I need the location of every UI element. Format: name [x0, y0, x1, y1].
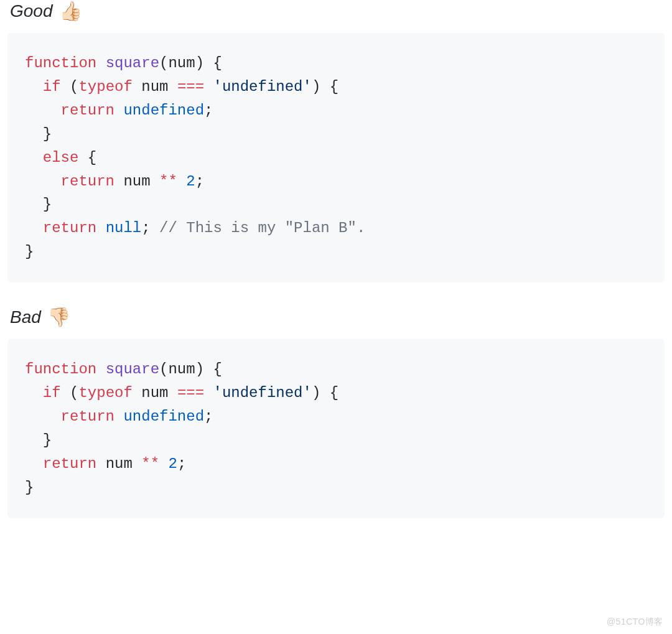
code-token: ; [204, 102, 213, 119]
code-token: ; [195, 173, 204, 190]
code-block-good: function square(num) { if (typeof num ==… [7, 33, 665, 282]
code-token: undefined [123, 408, 204, 425]
document-body: Good 👍🏻 function square(num) { if (typeo… [0, 0, 672, 554]
code-token [25, 408, 61, 425]
code-token: ; [204, 408, 213, 425]
code-token [25, 385, 43, 401]
code-token: typeof [78, 385, 132, 401]
code-token: } [25, 432, 52, 449]
code-token: num [114, 173, 159, 190]
code-token: return [43, 455, 96, 472]
code-content: function square(num) { if (typeof num ==… [25, 358, 647, 499]
code-token: } [25, 196, 52, 213]
code-token: ( [61, 78, 79, 95]
code-token: 'undefined' [213, 78, 312, 95]
code-token [114, 408, 123, 425]
code-token [96, 220, 105, 236]
code-token: num [96, 455, 141, 472]
code-token: num [133, 385, 177, 401]
code-token: ( [159, 361, 168, 378]
code-token: if [43, 78, 61, 95]
code-token [25, 78, 43, 95]
code-token: undefined [123, 102, 204, 119]
code-token: 'undefined' [213, 385, 312, 401]
code-token [25, 455, 43, 472]
code-token: ; [177, 455, 186, 472]
code-token: else [43, 149, 79, 166]
section-label-bad: Bad 👎🏻 [10, 306, 665, 328]
code-token [204, 385, 213, 401]
code-token: { [78, 149, 96, 166]
code-token: square [106, 361, 159, 378]
code-token [177, 173, 186, 190]
code-token: if [43, 385, 61, 401]
code-token: ) { [195, 55, 222, 72]
code-block-bad: function square(num) { if (typeof num ==… [7, 339, 665, 518]
code-token: ) { [312, 385, 338, 401]
code-token [25, 220, 43, 236]
label-text: Good [10, 1, 53, 21]
code-token: } [25, 126, 52, 142]
code-token: function [25, 361, 96, 378]
code-token: square [106, 55, 159, 72]
code-token: num [168, 361, 195, 378]
code-token: ** [159, 173, 177, 190]
code-token: return [43, 220, 96, 236]
code-content: function square(num) { if (typeof num ==… [25, 52, 647, 264]
code-token [25, 102, 61, 119]
code-token [25, 149, 43, 166]
code-token: } [25, 243, 34, 260]
code-token: ** [141, 455, 159, 472]
code-token [159, 455, 168, 472]
code-token: === [177, 385, 204, 401]
code-token: // This is my "Plan B". [159, 220, 365, 236]
code-token: return [61, 173, 114, 190]
code-token: ) { [195, 361, 222, 378]
code-token [96, 55, 105, 72]
code-token: num [168, 55, 195, 72]
code-token [114, 102, 123, 119]
label-text: Bad [10, 307, 41, 327]
code-token: 2 [168, 455, 177, 472]
thumbs-down-icon: 👎🏻 [47, 306, 70, 328]
code-token: num [133, 78, 177, 95]
code-token: ( [159, 55, 168, 72]
code-token: 2 [186, 173, 195, 190]
code-token [25, 173, 61, 190]
code-token: ) { [312, 78, 338, 95]
code-token: } [25, 479, 34, 496]
code-token: typeof [78, 78, 132, 95]
section-label-good: Good 👍🏻 [10, 0, 665, 22]
code-token: return [61, 408, 114, 425]
code-token [204, 78, 213, 95]
code-token [96, 361, 105, 378]
code-token: return [61, 102, 114, 119]
thumbs-up-icon: 👍🏻 [59, 0, 82, 22]
code-token: ; [141, 220, 159, 236]
code-token: function [25, 55, 96, 72]
code-token: ( [61, 385, 79, 401]
code-token: null [106, 220, 142, 236]
code-token: === [177, 78, 204, 95]
